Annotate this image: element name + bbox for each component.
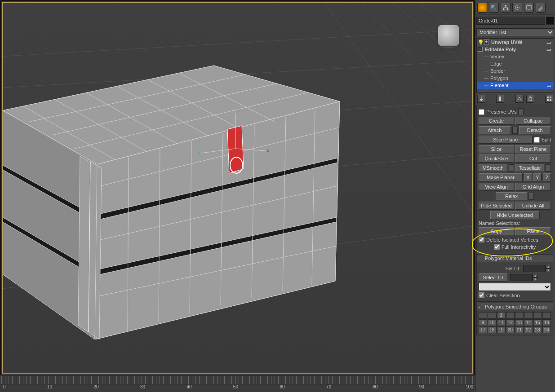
timeline-tick-label: 40 — [186, 384, 191, 389]
smoothing-group-cell[interactable]: 9 — [479, 319, 487, 326]
modifier-list-dropdown[interactable]: Modifier List — [476, 28, 554, 36]
sub-element[interactable]: Element▭ — [477, 82, 554, 89]
set-id-label: Set ID: — [498, 266, 520, 271]
timeline-tick-label: 60 — [280, 384, 284, 389]
set-id-spinner[interactable]: ▲▼ — [523, 265, 551, 272]
smoothing-group-cell[interactable]: 10 — [488, 319, 496, 326]
slice-plane-button[interactable]: Slice Plane — [479, 136, 533, 144]
relax-button[interactable]: Relax — [496, 192, 527, 200]
svg-rect-61 — [547, 97, 549, 98]
smoothing-group-cell[interactable]: 15 — [533, 319, 542, 326]
copy-button[interactable]: Copy — [479, 227, 514, 235]
split-checkbox[interactable]: Split — [534, 137, 551, 143]
pin-stack-icon[interactable] — [477, 95, 485, 103]
planar-x-button[interactable]: X — [524, 173, 532, 181]
smoothing-group-cell[interactable]: 16 — [542, 319, 551, 326]
show-end-result-icon[interactable] — [496, 95, 504, 103]
full-interactivity-checkbox[interactable]: Full Interactivity — [494, 244, 536, 250]
smoothing-group-cell[interactable]: 3 — [497, 312, 506, 319]
viewport[interactable]: x y z — [0, 0, 475, 375]
expand-icon[interactable]: + — [484, 40, 489, 44]
smoothing-group-cell[interactable] — [479, 312, 487, 319]
smoothing-group-cell[interactable]: 21 — [515, 326, 524, 333]
smoothing-group-cell[interactable] — [506, 312, 515, 319]
material-ids-header[interactable]: -Polygon: Material IDs — [477, 255, 553, 262]
quickslice-button[interactable]: QuickSlice — [479, 154, 514, 163]
sub-edge[interactable]: Edge — [477, 60, 554, 67]
modify-tab-icon[interactable] — [489, 3, 499, 13]
smoothing-group-cell[interactable]: 20 — [506, 326, 515, 333]
smoothing-group-cell[interactable]: 11 — [497, 319, 506, 326]
attach-button[interactable]: Attach — [479, 126, 511, 134]
sub-object-icon: ▭ — [546, 40, 553, 45]
smoothing-group-cell[interactable]: 12 — [506, 319, 515, 326]
paste-button[interactable]: Paste — [515, 227, 551, 235]
select-id-button[interactable]: Select ID — [479, 273, 507, 282]
sub-polygon[interactable]: Polygon — [477, 75, 554, 82]
make-unique-icon[interactable] — [515, 95, 524, 103]
smoothing-group-cell[interactable]: 19 — [497, 326, 506, 333]
create-button[interactable]: Create — [479, 117, 514, 125]
stack-item-unwrap[interactable]: 💡 + Unwrap UVW ▭ — [477, 39, 554, 46]
timeline-tick-label: 50 — [233, 384, 238, 389]
sub-vertex[interactable]: Vertex — [477, 53, 554, 60]
smoothing-group-cell[interactable]: 18 — [488, 326, 496, 333]
cut-button[interactable]: Cut — [515, 154, 551, 163]
smoothing-group-cell[interactable] — [533, 312, 542, 319]
smoothing-group-cell[interactable]: 23 — [533, 326, 542, 333]
configure-sets-icon[interactable] — [545, 95, 553, 103]
object-name-field[interactable] — [476, 17, 545, 25]
remove-modifier-icon[interactable] — [526, 95, 534, 103]
smoothing-group-cell[interactable]: 17 — [479, 326, 487, 333]
hide-selected-button[interactable]: Hide Selected — [479, 202, 514, 210]
unhide-all-button[interactable]: Unhide All — [515, 202, 551, 210]
msmooth-button[interactable]: MSmooth — [479, 164, 507, 172]
smoothing-group-cell[interactable]: 22 — [524, 326, 533, 333]
hierarchy-tab-icon[interactable] — [501, 3, 511, 13]
stack-item-editablepoly[interactable]: − Editable Poly ▭ — [477, 46, 554, 53]
clear-selection-checkbox[interactable]: Clear Selection — [479, 292, 520, 298]
smoothing-group-cell[interactable] — [542, 312, 551, 319]
smoothing-group-cell[interactable]: 24 — [542, 326, 551, 333]
tessellate-settings-button[interactable] — [546, 164, 551, 172]
select-id-spinner[interactable]: ▲▼ — [510, 274, 538, 281]
make-planar-button[interactable]: Make Planar — [479, 173, 523, 181]
svg-text:z: z — [237, 107, 240, 112]
material-name-dropdown[interactable] — [479, 283, 551, 291]
motion-tab-icon[interactable] — [512, 3, 522, 13]
object-color-swatch[interactable] — [546, 17, 554, 25]
smoothing-groups-header[interactable]: -Polygon: Smoothing Groups — [477, 303, 553, 310]
delete-isolated-vertices-checkbox[interactable]: Delete Isolated Vertices — [479, 237, 538, 242]
create-tab-icon[interactable] — [477, 3, 487, 13]
smoothing-group-cell[interactable]: 13 — [515, 319, 524, 326]
detach-button[interactable]: Detach — [519, 126, 551, 134]
sub-border[interactable]: Border — [477, 67, 554, 75]
collapse-button[interactable]: Collapse — [515, 117, 551, 125]
attach-list-button[interactable] — [512, 127, 518, 134]
timeline[interactable]: 0102030405060708090100 — [1, 376, 475, 392]
grid-align-button[interactable]: Grid Align — [515, 183, 551, 191]
smoothing-group-cell[interactable] — [515, 312, 524, 319]
crate-mesh[interactable]: x y z — [3, 52, 344, 339]
smoothing-group-cell[interactable]: 14 — [524, 319, 533, 326]
timeline-tick-label: 80 — [373, 384, 377, 389]
smoothing-group-cell[interactable] — [488, 312, 496, 319]
modifier-stack[interactable]: 💡 + Unwrap UVW ▭ − Editable Poly ▭ Verte… — [476, 38, 554, 93]
hide-unselected-button[interactable]: Hide Unselected — [490, 211, 540, 219]
utilities-tab-icon[interactable] — [536, 3, 546, 13]
reset-plane-button[interactable]: Reset Plane — [515, 145, 551, 153]
preserve-uvs-checkbox[interactable]: Preserve UVs — [479, 109, 517, 115]
msmooth-settings-button[interactable] — [509, 164, 514, 172]
tessellate-button[interactable]: Tessellate — [515, 164, 544, 172]
viewcube[interactable] — [438, 25, 459, 46]
smoothing-group-cell[interactable] — [524, 312, 533, 319]
collapse-icon[interactable]: − — [478, 47, 483, 52]
display-tab-icon[interactable] — [524, 3, 534, 13]
planar-z-button[interactable]: Z — [543, 173, 551, 181]
lightbulb-icon[interactable]: 💡 — [478, 40, 483, 45]
slice-button[interactable]: Slice — [479, 145, 514, 153]
planar-y-button[interactable]: Y — [533, 173, 542, 181]
relax-settings-button[interactable] — [528, 193, 534, 200]
view-align-button[interactable]: View Align — [479, 183, 514, 191]
preserve-uvs-settings-button[interactable] — [518, 108, 524, 115]
